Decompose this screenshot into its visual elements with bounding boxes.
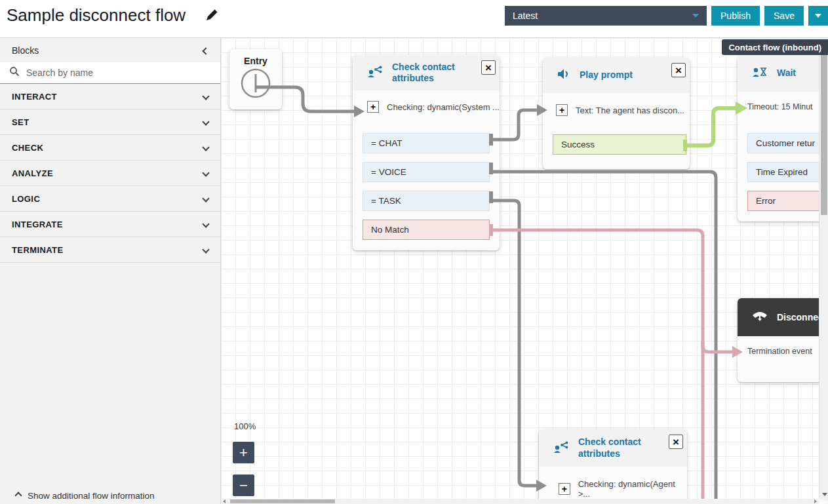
close-icon[interactable]: × (669, 435, 683, 449)
scroll-down-arrow-icon[interactable] (822, 493, 827, 496)
branch-chat[interactable]: = CHAT (363, 133, 490, 153)
block-parameter[interactable]: + Text: The agent has discon... (556, 104, 684, 116)
chevron-down-icon (202, 220, 209, 227)
check-contact-attributes-block-top[interactable]: Check contact attributes × + Checking: d… (353, 55, 500, 250)
page-title: Sample disconnect flow (7, 5, 186, 26)
sidebar-category-interact[interactable]: INTERACT (0, 84, 220, 109)
branch-success[interactable]: Success (553, 134, 686, 155)
branch-voice[interactable]: = VOICE (363, 162, 490, 182)
chevron-up-icon (14, 492, 22, 499)
sidebar-category-logic[interactable]: LOGIC (0, 186, 220, 212)
play-prompt-block[interactable]: Play prompt × + Text: The agent has disc… (543, 58, 690, 169)
branch-no-match[interactable]: No Match (363, 220, 490, 240)
scroll-left-arrow-icon[interactable] (223, 499, 226, 503)
entry-block-title: Entry (229, 56, 282, 66)
horizontal-scrollbar-thumb[interactable] (230, 499, 335, 503)
add-condition-icon[interactable]: + (367, 101, 379, 113)
branch-time-expired[interactable]: Time Expired (747, 162, 828, 182)
version-selector-value: Latest (513, 10, 538, 21)
block-title: Check contact attributes (578, 436, 652, 459)
disconnect-block[interactable]: Disconnec Termination event (738, 298, 828, 382)
chevron-down-icon (202, 246, 209, 253)
add-prompt-icon[interactable]: + (556, 104, 568, 116)
check-contact-attributes-icon (553, 440, 569, 456)
chevron-down-icon (815, 14, 821, 18)
search-input[interactable] (26, 68, 190, 78)
wait-block[interactable]: Wait Timeout: 15 Minut Customer retur Ti… (738, 55, 828, 222)
close-icon[interactable]: × (481, 60, 496, 75)
search-icon (9, 66, 20, 79)
block-title: Wait (777, 68, 796, 79)
branch-termination-event[interactable]: Termination event (747, 347, 812, 356)
sidebar-category-analyze[interactable]: ANALYZE (0, 161, 220, 186)
branch-customer-returned[interactable]: Customer retur (747, 133, 828, 153)
check-contact-attributes-block-bottom[interactable]: Check contact attributes × + Checking: d… (539, 429, 687, 504)
chevron-down-icon (202, 92, 209, 100)
show-flow-information-link[interactable]: Show additional flow information (0, 487, 220, 504)
add-condition-icon[interactable]: + (559, 483, 570, 495)
block-header: Check contact attributes × (539, 429, 687, 467)
flow-canvas[interactable]: Entry Check contact attributes × + Check… (221, 38, 828, 504)
vertical-scrollbar-thumb[interactable] (821, 43, 827, 215)
wait-icon (752, 66, 768, 81)
block-parameter[interactable]: + Checking: dynamic(Agent >... (559, 479, 687, 499)
entry-block[interactable]: Entry (229, 49, 282, 109)
top-bar: Sample disconnect flow Latest Publish Sa… (0, 0, 828, 38)
save-menu-button[interactable] (808, 6, 828, 26)
sidebar-category-check[interactable]: CHECK (0, 135, 220, 161)
block-header: Check contact attributes × (353, 55, 500, 90)
save-button[interactable]: Save (764, 6, 804, 26)
chevron-down-icon (202, 118, 209, 125)
sidebar-category-integrate[interactable]: INTEGRATE (0, 212, 220, 237)
horizontal-scrollbar[interactable] (221, 499, 819, 504)
blocks-panel-title: Blocks (12, 45, 39, 56)
block-title: Check contact attributes (392, 62, 465, 85)
block-search (0, 62, 220, 84)
version-selector[interactable]: Latest (505, 6, 707, 26)
blocks-panel-header: Blocks (0, 38, 220, 62)
block-header: Disconnec (738, 298, 828, 336)
speaker-icon (557, 68, 570, 83)
close-icon[interactable]: × (671, 63, 686, 77)
chevron-down-icon (202, 169, 209, 176)
sidebar-category-set[interactable]: SET (0, 109, 220, 135)
vertical-scrollbar[interactable] (819, 38, 828, 499)
chevron-left-icon (202, 47, 209, 54)
chevron-down-icon (692, 14, 699, 18)
chevron-down-icon (202, 144, 209, 151)
zoom-in-button[interactable]: + (233, 442, 254, 463)
branch-task[interactable]: = TASK (363, 191, 490, 211)
zoom-out-button[interactable]: − (233, 475, 254, 496)
disconnect-phone-icon (752, 310, 768, 324)
block-header: Wait (738, 55, 828, 92)
flow-type-badge: Contact flow (inbound) (722, 39, 828, 55)
publish-button[interactable]: Publish (711, 6, 760, 26)
block-header: Play prompt × (543, 58, 690, 93)
block-parameter[interactable]: + Checking: dynamic(System ... (367, 101, 500, 113)
block-title: Disconnec (777, 312, 823, 322)
block-parameter[interactable]: Timeout: 15 Minut (747, 102, 813, 111)
sidebar-category-terminate[interactable]: TERMINATE (0, 237, 220, 263)
edit-title-pencil-icon[interactable] (205, 9, 218, 24)
entry-point-icon (229, 66, 282, 106)
check-contact-attributes-icon (367, 65, 383, 81)
chevron-down-icon (202, 195, 209, 202)
blocks-sidebar: Blocks INTERACT SET CHECK ANALYZE LOGIC … (0, 38, 221, 504)
collapse-panel-button[interactable] (203, 45, 208, 56)
scroll-right-arrow-icon[interactable] (814, 499, 817, 503)
zoom-level: 100% (234, 421, 256, 431)
block-title: Play prompt (580, 69, 633, 81)
branch-error[interactable]: Error (747, 191, 828, 211)
